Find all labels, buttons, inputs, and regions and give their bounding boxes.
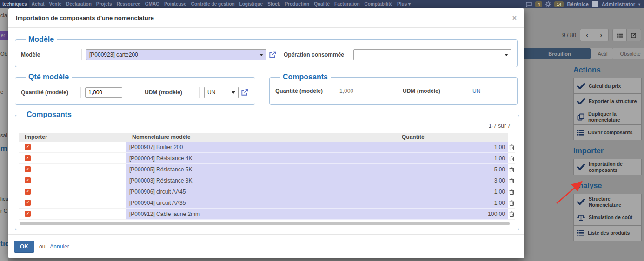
modal-body: Modèle Modèle [P000923] carte200 Opérati… bbox=[8, 28, 524, 234]
avatar[interactable] bbox=[592, 1, 598, 7]
divider bbox=[199, 87, 200, 98]
external-link-icon[interactable] bbox=[241, 89, 248, 96]
row-nomenclature[interactable]: [P000912] Cable jaune 2mm bbox=[126, 209, 399, 220]
row-quantity[interactable]: 1,00 bbox=[399, 142, 508, 153]
qty-input[interactable] bbox=[85, 87, 122, 98]
import-components-modal: Importation de composants d'une nomencla… bbox=[8, 8, 524, 258]
row-quantity[interactable]: 1,00 bbox=[399, 153, 508, 164]
row-nomenclature[interactable]: [P000904] circuit AA35 bbox=[126, 197, 399, 209]
close-icon[interactable]: × bbox=[512, 14, 517, 22]
divider bbox=[80, 87, 81, 98]
chevron-down-icon bbox=[232, 91, 235, 94]
model-label: Modèle bbox=[21, 52, 81, 58]
model-legend: Modèle bbox=[26, 35, 57, 44]
components-table: ImporterNomenclature modèleQuantité✓[P00… bbox=[19, 133, 515, 220]
messages-icon[interactable] bbox=[526, 2, 532, 7]
ok-button[interactable]: OK bbox=[14, 241, 34, 253]
chevron-down-icon bbox=[505, 54, 508, 56]
gear-icon[interactable] bbox=[545, 1, 551, 7]
cancel-link[interactable]: Annuler bbox=[50, 243, 69, 250]
delete-row-button[interactable] bbox=[508, 197, 515, 209]
summary-qty-label: Quantité (modèle) bbox=[275, 88, 335, 94]
nav-item-qualit-[interactable]: Qualité bbox=[312, 0, 332, 8]
row-import-checkbox[interactable]: ✓ bbox=[19, 175, 126, 186]
nav-item-plus-[interactable]: Plus ▾ bbox=[395, 0, 413, 8]
row-import-checkbox[interactable]: ✓ bbox=[19, 209, 126, 220]
checkbox-checked-icon: ✓ bbox=[25, 166, 31, 172]
nav-item-facturation[interactable]: Facturation bbox=[332, 0, 362, 8]
nav-item-techniques[interactable]: techniques bbox=[0, 0, 29, 8]
top-nav: techniquesAchatVenteDéclarationProjetsRe… bbox=[0, 0, 644, 8]
checkbox-checked-icon: ✓ bbox=[25, 189, 31, 195]
row-import-checkbox[interactable]: ✓ bbox=[19, 186, 126, 197]
operation-label: Opération consommée bbox=[284, 52, 349, 58]
nav-item-production[interactable]: Production bbox=[282, 0, 312, 8]
checkbox-checked-icon: ✓ bbox=[25, 211, 31, 217]
summary-uom-value[interactable]: UN bbox=[472, 88, 480, 94]
summary-uom-label: UDM (modèle) bbox=[403, 88, 468, 94]
uom-select[interactable]: UN bbox=[204, 87, 239, 98]
checkbox-checked-icon: ✓ bbox=[25, 144, 31, 150]
delete-row-button[interactable] bbox=[508, 153, 515, 164]
nav-item-logistique[interactable]: Logistique bbox=[237, 0, 266, 8]
trash-icon bbox=[509, 200, 514, 206]
delete-row-button[interactable] bbox=[508, 175, 515, 186]
nav-item-gmao[interactable]: GMAO bbox=[143, 0, 162, 8]
nav-item-projets[interactable]: Projets bbox=[94, 0, 114, 8]
model-fieldset: Modèle Modèle [P000923] carte200 Opérati… bbox=[15, 35, 518, 67]
nav-item-stock[interactable]: Stock bbox=[265, 0, 282, 8]
row-import-checkbox[interactable]: ✓ bbox=[19, 142, 126, 153]
components-summary-fieldset: Composants Quantité (modèle) 1,000 UDM (… bbox=[269, 73, 518, 105]
delete-row-button[interactable] bbox=[508, 186, 515, 197]
model-qty-legend: Qté modèle bbox=[26, 73, 72, 81]
row-quantity[interactable]: 3,00 bbox=[399, 175, 508, 186]
row-import-checkbox[interactable]: ✓ bbox=[19, 164, 126, 175]
column-header-importer: Importer bbox=[19, 133, 126, 142]
model-select[interactable]: [P000923] carte200 bbox=[86, 49, 266, 60]
modal-title: Importation de composants d'une nomencla… bbox=[16, 14, 154, 21]
column-header-nomenclature: Nomenclature modèle bbox=[126, 133, 399, 142]
divider bbox=[81, 49, 82, 60]
delete-row-button[interactable] bbox=[508, 164, 515, 175]
column-header-quantite: Quantité bbox=[399, 133, 508, 142]
operation-select[interactable] bbox=[353, 49, 511, 60]
row-import-checkbox[interactable]: ✓ bbox=[19, 153, 126, 164]
nav-item-achat[interactable]: Achat bbox=[29, 0, 47, 8]
row-quantity[interactable]: 100,00 bbox=[399, 209, 508, 220]
row-import-checkbox[interactable]: ✓ bbox=[19, 197, 126, 209]
modal-footer: OK ou Annuler bbox=[8, 234, 524, 258]
row-quantity[interactable]: 5,00 bbox=[399, 164, 508, 175]
or-text: ou bbox=[39, 243, 45, 250]
messages-badge[interactable]: 4 bbox=[535, 1, 542, 7]
external-link-icon[interactable] bbox=[269, 51, 276, 59]
model-select-value: [P000923] carte200 bbox=[89, 52, 138, 58]
row-nomenclature[interactable]: [P000907] Boitier 200 bbox=[126, 142, 399, 153]
divider bbox=[349, 49, 349, 60]
row-quantity[interactable]: 1,00 bbox=[399, 186, 508, 197]
nav-right: 4 14 Bérénice Administrator ▾ bbox=[526, 1, 644, 7]
row-nomenclature[interactable]: [P000004] Résistance 4K bbox=[126, 153, 399, 164]
divider bbox=[335, 88, 335, 94]
trash-icon bbox=[509, 189, 514, 195]
row-quantity[interactable]: 1,00 bbox=[399, 197, 508, 209]
column-header-empty bbox=[508, 133, 515, 142]
delete-row-button[interactable] bbox=[508, 142, 515, 153]
nav-item-d-claration[interactable]: Déclaration bbox=[64, 0, 93, 8]
user-menu[interactable]: Administrator bbox=[602, 1, 635, 7]
row-nomenclature[interactable]: [P000003] Résistance 3K bbox=[126, 175, 399, 186]
nav-item-contr-le-de-gestion[interactable]: Contrôle de gestion bbox=[189, 0, 237, 8]
nav-item-ressource[interactable]: Ressource bbox=[114, 0, 143, 8]
nav-item-pointeuse[interactable]: Pointeuse bbox=[162, 0, 189, 8]
horizontal-scrollbar[interactable] bbox=[20, 222, 510, 225]
nav-item-comptabilit-[interactable]: Comptabilité bbox=[362, 0, 395, 8]
nav-item-vente[interactable]: Vente bbox=[47, 0, 64, 8]
components-fieldset: Composants 1-7 sur 7 ImporterNomenclatur… bbox=[15, 111, 519, 230]
uom-select-value: UN bbox=[207, 89, 215, 96]
trash-icon bbox=[509, 167, 514, 172]
delete-row-button[interactable] bbox=[508, 209, 515, 220]
row-nomenclature[interactable]: [P000906] circuit AA45 bbox=[126, 186, 399, 197]
modal-header: Importation de composants d'une nomencla… bbox=[8, 8, 524, 28]
components-summary-legend: Composants bbox=[280, 73, 331, 81]
settings-badge[interactable]: 14 bbox=[554, 1, 564, 7]
row-nomenclature[interactable]: [P000005] Résistance 5K bbox=[126, 164, 399, 175]
